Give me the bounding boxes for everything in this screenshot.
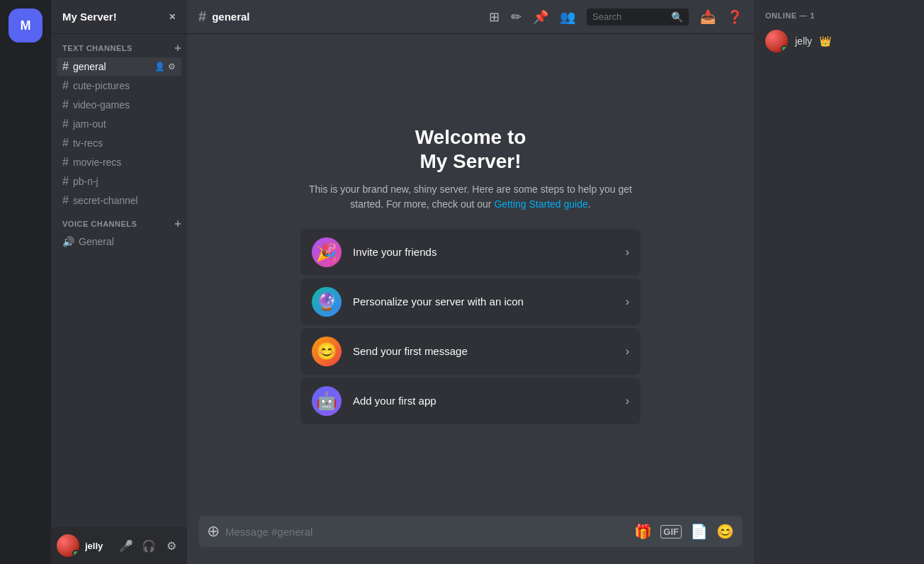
- channel-hash-icon: #: [62, 137, 69, 150]
- voice-channel-general[interactable]: 🔊 General: [57, 233, 181, 250]
- channel-item-cute-pictures[interactable]: # cute-pictures: [57, 77, 181, 95]
- message-input-area: ⊕ 🎁 GIF 📄 😊: [187, 516, 754, 564]
- add-to-server-icon[interactable]: ⊞: [489, 9, 500, 25]
- channel-item-pb-n-j[interactable]: # pb-n-j: [57, 172, 181, 191]
- add-app-label: Add your first app: [353, 395, 614, 407]
- headphones-button[interactable]: 🎧: [139, 536, 159, 555]
- channel-hash-icon: #: [62, 98, 69, 111]
- topbar-icons: ⊞ ✏ 📌 👥 🔍 📥 ❓: [489, 9, 743, 26]
- channel-name: cute-pictures: [73, 80, 130, 91]
- channel-name: general: [73, 61, 106, 72]
- avatar: [57, 534, 79, 557]
- welcome-content: Welcome to My Server! This is your brand…: [286, 111, 655, 438]
- invite-icon: 🎉: [312, 237, 342, 267]
- invite-label: Invite your friends: [353, 246, 614, 258]
- main-content: # general ⊞ ✏ 📌 👥 🔍 📥 ❓ Welcome to My Se…: [187, 0, 754, 564]
- dropdown-icon: ✕: [169, 12, 176, 22]
- search-bar[interactable]: 🔍: [587, 9, 689, 26]
- online-header: ONLINE — 1: [760, 11, 918, 20]
- channel-hash-icon: #: [62, 60, 69, 73]
- add-voice-channel-button[interactable]: +: [174, 218, 181, 230]
- channel-list: TEXT CHANNELS + # general 👤 ⚙ # cute-pic…: [51, 34, 187, 527]
- channel-action-icons: 👤 ⚙: [154, 62, 176, 72]
- user-status-indicator: [72, 550, 79, 557]
- channel-name: video-games: [73, 99, 130, 111]
- channel-name: movie-recs: [73, 157, 121, 168]
- member-avatar-jelly: [765, 30, 788, 52]
- topbar-hash-icon: #: [198, 9, 206, 25]
- microphone-button[interactable]: 🎤: [116, 536, 136, 555]
- server-icon-my-server[interactable]: M: [9, 9, 43, 43]
- text-channels-section: TEXT CHANNELS + # general 👤 ⚙ # cute-pic…: [51, 40, 187, 210]
- invite-friends-card[interactable]: 🎉 Invite your friends ›: [300, 229, 641, 276]
- voice-channel-name: General: [79, 236, 114, 247]
- personalize-label: Personalize your server with an icon: [353, 295, 614, 308]
- welcome-title: Welcome to My Server!: [300, 125, 641, 173]
- topbar: # general ⊞ ✏ 📌 👥 🔍 📥 ❓: [187, 0, 754, 34]
- user-controls: 🎤 🎧 ⚙: [116, 536, 181, 555]
- settings-button[interactable]: ⚙: [162, 536, 181, 555]
- member-item-jelly[interactable]: jelly 👑: [760, 26, 918, 57]
- inbox-icon[interactable]: 📥: [700, 9, 716, 25]
- send-message-card[interactable]: 😊 Send your first message ›: [300, 328, 641, 375]
- getting-started-link[interactable]: Getting Started guide: [494, 198, 587, 210]
- channel-name: secret-channel: [73, 195, 138, 206]
- chevron-right-icon: ›: [626, 345, 629, 358]
- channel-name: tv-recs: [73, 137, 103, 149]
- speaker-icon: 🔊: [62, 236, 74, 247]
- gift-button[interactable]: 🎁: [634, 523, 652, 540]
- voice-channels-section: VOICE CHANNELS + 🔊 General: [51, 215, 187, 250]
- topbar-channel-name: general: [212, 11, 249, 23]
- channel-hash-icon: #: [62, 79, 69, 92]
- search-input[interactable]: [592, 11, 667, 22]
- attach-button[interactable]: ⊕: [207, 522, 220, 541]
- channel-item-general[interactable]: # general 👤 ⚙: [57, 57, 181, 76]
- settings-icon[interactable]: ⚙: [168, 62, 176, 72]
- messages-container: Welcome to My Server! This is your brand…: [187, 34, 754, 516]
- personalize-server-card[interactable]: 🔮 Personalize your server with an icon ›: [300, 278, 641, 325]
- message-icon: 😊: [312, 337, 342, 366]
- channel-item-secret-channel[interactable]: # secret-channel: [57, 191, 181, 210]
- personalize-icon: 🔮: [312, 287, 342, 317]
- add-user-icon[interactable]: 👤: [154, 62, 165, 72]
- pin-icon[interactable]: 📌: [533, 9, 548, 25]
- edit-icon[interactable]: ✏: [511, 9, 522, 25]
- chevron-right-icon: ›: [626, 295, 629, 308]
- server-header[interactable]: My Server! ✕: [51, 0, 187, 34]
- welcome-subtitle: This is your brand new, shiny server. He…: [300, 182, 641, 212]
- send-message-label: Send your first message: [353, 345, 614, 357]
- message-actions: 🎁 GIF 📄 😊: [634, 523, 734, 540]
- channel-item-tv-recs[interactable]: # tv-recs: [57, 134, 181, 152]
- user-info: jelly: [85, 541, 111, 551]
- chevron-right-icon: ›: [626, 395, 629, 407]
- channel-hash-icon: #: [62, 175, 69, 188]
- channel-sidebar: My Server! ✕ TEXT CHANNELS + # general 👤…: [51, 0, 187, 564]
- right-sidebar: ONLINE — 1 jelly 👑: [754, 0, 924, 564]
- text-channels-header[interactable]: TEXT CHANNELS +: [51, 40, 187, 57]
- chat-area: Welcome to My Server! This is your brand…: [187, 34, 754, 564]
- chevron-right-icon: ›: [626, 246, 629, 259]
- emoji-button[interactable]: 😊: [716, 523, 734, 540]
- member-name: jelly: [795, 35, 812, 47]
- channel-hash-icon: #: [62, 118, 69, 130]
- channel-item-jam-out[interactable]: # jam-out: [57, 115, 181, 133]
- add-app-card[interactable]: 🤖 Add your first app ›: [300, 378, 641, 424]
- text-channels-label: TEXT CHANNELS: [62, 44, 133, 52]
- add-text-channel-button[interactable]: +: [174, 43, 181, 54]
- channel-hash-icon: #: [62, 156, 69, 169]
- channel-name: jam-out: [73, 118, 106, 130]
- member-status-indicator: [781, 45, 788, 52]
- voice-channels-header[interactable]: VOICE CHANNELS +: [51, 215, 187, 232]
- channel-hash-icon: #: [62, 194, 69, 207]
- help-icon[interactable]: ❓: [727, 9, 743, 25]
- getting-started-cards: 🎉 Invite your friends › 🔮 Personalize yo…: [300, 229, 641, 424]
- members-icon[interactable]: 👥: [560, 9, 575, 25]
- channel-item-movie-recs[interactable]: # movie-recs: [57, 153, 181, 171]
- message-input[interactable]: [225, 519, 629, 545]
- server-list: M: [0, 0, 51, 564]
- channel-item-video-games[interactable]: # video-games: [57, 96, 181, 114]
- message-input-container: ⊕ 🎁 GIF 📄 😊: [198, 516, 743, 547]
- gif-button[interactable]: GIF: [660, 525, 682, 538]
- sticker-button[interactable]: 📄: [690, 523, 708, 540]
- voice-channels-label: VOICE CHANNELS: [62, 220, 137, 228]
